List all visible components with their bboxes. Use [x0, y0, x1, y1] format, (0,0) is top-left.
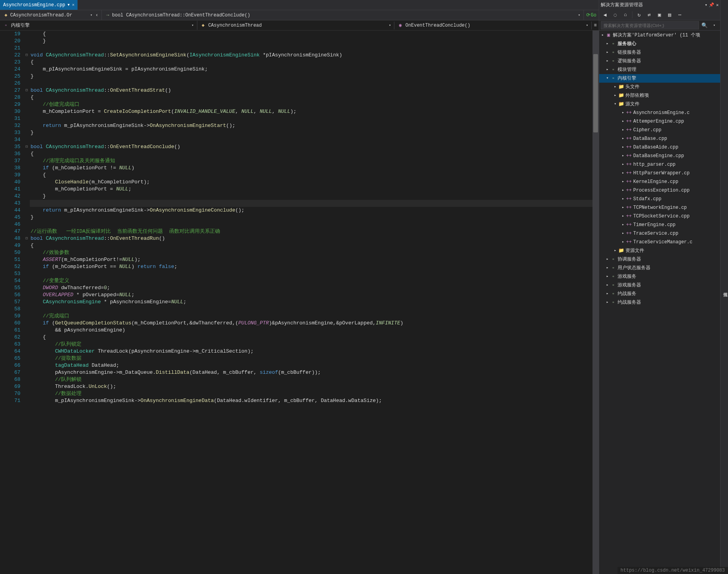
collapse-icon[interactable]: ▣: [655, 11, 664, 19]
project-node-active[interactable]: ▾ ▫ 内核引擎: [599, 74, 720, 83]
split-icon[interactable]: ≡: [592, 23, 599, 28]
cpp-file-icon: ++: [626, 144, 632, 150]
expander-icon[interactable]: ▸: [612, 84, 618, 90]
expander-icon[interactable]: ▸: [605, 67, 610, 72]
panel-toolbar: ◀ ◌ ⌂ ↻ ⇄ ▣ ▤ ⋯: [599, 9, 720, 20]
file-node[interactable]: ▸++DataBase.cpp: [599, 134, 720, 143]
navigation-bar: ◆ CAsynchronismThread.Or ▾ ‹ → bool CAsy…: [0, 10, 599, 20]
back-icon[interactable]: ◀: [601, 11, 609, 19]
fold-column[interactable]: ⊟⊟⊟⊟: [23, 31, 30, 574]
project-node[interactable]: ▸ ▫ 链接服务器: [599, 48, 720, 57]
project-node[interactable]: ▸ ▫ 游戏服务器: [599, 281, 720, 290]
solution-icon: ▣: [605, 32, 612, 38]
panel-search-bar: 🔍 ▾: [599, 20, 720, 31]
refresh-icon[interactable]: ↻: [635, 11, 643, 19]
active-tab[interactable]: AsynchronismEngine.cpp ▼ ×: [0, 0, 78, 10]
breadcrumb-bar: ▫ 内核引擎 ▾ ◆ CAsynchronismThread ▾ ◉ OnEve…: [0, 20, 599, 31]
cpp-file-icon: ++: [626, 153, 632, 159]
pin-icon[interactable]: 📌: [709, 2, 714, 7]
solution-tree[interactable]: ▸ ▣ 解决方案'PlatformServer' (11 个项 ▸ ▫ 服务核心…: [599, 31, 720, 574]
expander-icon[interactable]: ▾: [605, 76, 610, 81]
expander-icon[interactable]: ▸: [605, 274, 610, 279]
drop-icon[interactable]: ▼: [67, 3, 69, 7]
home-icon[interactable]: ⌂: [621, 11, 630, 19]
project-node[interactable]: ▸ ▫ 协调服务器: [599, 255, 720, 264]
folder-node[interactable]: ▸ 📁 外部依赖项: [599, 91, 720, 100]
breadcrumb-method[interactable]: ◉ OnEventThreadConclude() ▾: [394, 22, 592, 29]
cpp-file-icon: ++: [626, 230, 632, 237]
properties-icon[interactable]: ▤: [665, 11, 674, 19]
search-input[interactable]: [601, 21, 699, 29]
file-node[interactable]: ▸++Stdafx.cpp: [599, 195, 720, 203]
nav-function-dropdown[interactable]: → bool CAsynchronismThread::OnEventThrea…: [102, 10, 584, 20]
folder-node[interactable]: ▸ 📁 资源文件: [599, 246, 720, 255]
project-icon: ▫: [610, 273, 616, 280]
close-icon[interactable]: ×: [72, 3, 75, 7]
expander-icon[interactable]: ▸: [605, 41, 610, 47]
file-node[interactable]: ▸++Cipher.cpp: [599, 126, 720, 134]
breadcrumb-project[interactable]: ▫ 内核引擎 ▾: [0, 21, 197, 30]
search-dropdown-icon[interactable]: ▾: [710, 21, 719, 29]
code-editor[interactable]: 1920212223242526272829303132333435363738…: [0, 31, 599, 574]
vertical-scrollbar[interactable]: [593, 31, 599, 574]
nav-left-icon[interactable]: ‹: [96, 13, 98, 18]
search-icon[interactable]: 🔍: [700, 21, 709, 29]
dropdown-icon[interactable]: ▾: [705, 2, 708, 7]
forward-icon[interactable]: ◌: [611, 11, 620, 19]
project-node[interactable]: ▸ ▫ 服务核心: [599, 40, 720, 48]
close-panel-icon[interactable]: ✕: [716, 2, 719, 7]
file-node[interactable]: ▸++KernelEngine.cpp: [599, 177, 720, 186]
tab-title: AsynchronismEngine.cpp: [3, 2, 65, 8]
expander-icon[interactable]: ▸: [605, 265, 610, 271]
project-node[interactable]: ▸ ▫ 约战服务器: [599, 298, 720, 307]
breadcrumb-class[interactable]: ◆ CAsynchronismThread ▾: [197, 22, 395, 29]
expander-icon[interactable]: ▸: [612, 93, 618, 98]
expander-icon[interactable]: ▸: [605, 50, 610, 55]
project-node[interactable]: ▸ ▫ 模块管理: [599, 65, 720, 74]
project-icon: ▫: [610, 282, 616, 288]
project-node[interactable]: ▸ ▫ 用户状态服务器: [599, 264, 720, 272]
file-node[interactable]: ▸++AttemperEngine.cpp: [599, 117, 720, 126]
go-icon: ⟳: [586, 12, 590, 18]
project-icon: ▫: [3, 23, 9, 28]
showall-icon[interactable]: ⋯: [676, 11, 684, 19]
go-button[interactable]: ⟳ Go: [584, 12, 599, 18]
file-node[interactable]: ▸++TCPSocketService.cpp: [599, 212, 720, 221]
file-node[interactable]: ▸++ProcessException.cpp: [599, 186, 720, 195]
expander-icon[interactable]: ▾: [612, 101, 618, 107]
folder-node[interactable]: ▸ 📁 头文件: [599, 83, 720, 91]
folder-icon: 📁: [618, 101, 624, 107]
file-node[interactable]: ▸++AsynchronismEngine.c: [599, 109, 720, 117]
expander-icon[interactable]: ▸: [605, 300, 610, 305]
file-node[interactable]: ▸++TimerEngine.cpp: [599, 221, 720, 229]
project-node[interactable]: ▸ ▫ 逻辑服务器: [599, 57, 720, 65]
file-node[interactable]: ▸++TraceServiceManager.c: [599, 238, 720, 246]
cpp-file-icon: ++: [626, 170, 632, 176]
project-node[interactable]: ▸ ▫ 约战服务: [599, 290, 720, 298]
file-node[interactable]: ▸++TraceService.cpp: [599, 229, 720, 238]
nav-scope-dropdown[interactable]: ◆ CAsynchronismThread.Or ▾ ‹: [0, 10, 102, 20]
cpp-file-icon: ++: [626, 239, 632, 245]
expander-icon[interactable]: ▸: [605, 282, 610, 288]
folder-node[interactable]: ▾ 📁 源文件: [599, 100, 720, 109]
expander-icon[interactable]: ▸: [605, 58, 610, 64]
expander-icon[interactable]: ▸: [605, 291, 610, 297]
file-node[interactable]: ▸++DataBaseEngine.cpp: [599, 152, 720, 160]
expander-icon[interactable]: ▸: [600, 33, 605, 38]
vertical-toolbar[interactable]: 属性: [720, 0, 728, 574]
file-node[interactable]: ▸++HttpParserWrapper.cp: [599, 169, 720, 177]
project-icon: ▫: [610, 75, 616, 81]
project-node[interactable]: ▸ ▫ 游戏服务: [599, 272, 720, 281]
expander-icon[interactable]: ▸: [605, 257, 610, 262]
tab-bar: AsynchronismEngine.cpp ▼ ×: [0, 0, 599, 10]
cpp-file-icon: ++: [626, 187, 632, 194]
file-node[interactable]: ▸++TCPNetworkEngine.cp: [599, 203, 720, 212]
file-node[interactable]: ▸++DataBaseAide.cpp: [599, 143, 720, 152]
code-content[interactable]: { }void CAsynchronismThread::SetAsynchro…: [30, 31, 599, 574]
expander-icon[interactable]: ▸: [612, 248, 618, 254]
file-node[interactable]: ▸++http_parser.cpp: [599, 160, 720, 169]
solution-node[interactable]: ▸ ▣ 解决方案'PlatformServer' (11 个项: [599, 31, 720, 40]
sync-icon[interactable]: ⇄: [645, 11, 654, 19]
cpp-file-icon: ++: [626, 118, 632, 125]
chevron-down-icon: ▾: [578, 13, 580, 17]
